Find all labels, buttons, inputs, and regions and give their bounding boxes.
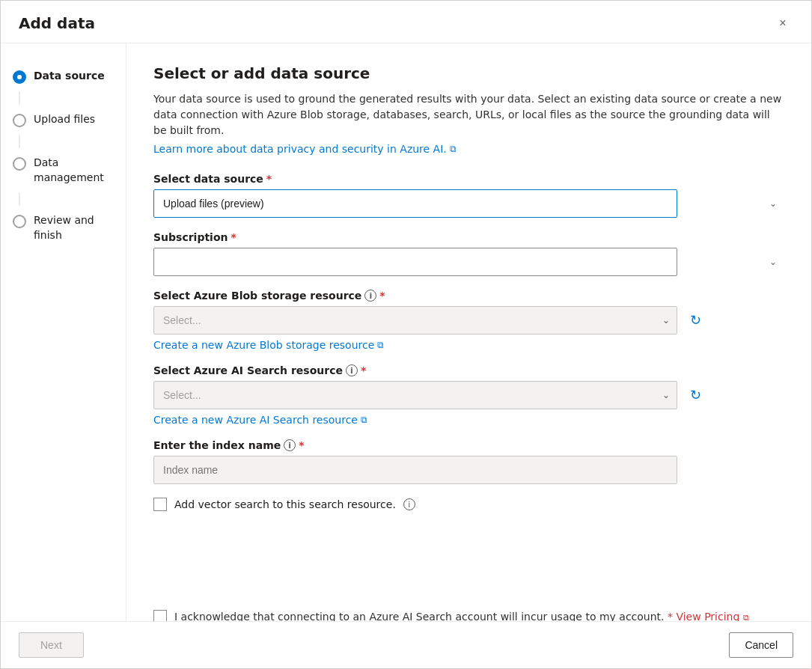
step-connector-1 bbox=[19, 91, 20, 105]
sidebar-label-data-management: Data management bbox=[34, 156, 114, 185]
select-wrapper-search: Select... ⌄ bbox=[153, 381, 677, 409]
required-star-data-source: * bbox=[266, 173, 272, 185]
label-data-source: Select data source * bbox=[153, 173, 784, 185]
external-link-icon: ⧉ bbox=[450, 144, 457, 154]
sidebar-label-data-source: Data source bbox=[34, 69, 105, 84]
required-star-acknowledge: * bbox=[668, 611, 676, 621]
select-data-source[interactable]: Upload files (preview) bbox=[153, 189, 677, 218]
select-with-refresh-search: Select... ⌄ ↻ bbox=[153, 381, 784, 409]
form-group-ai-search: Select Azure AI Search resource i * Sele… bbox=[153, 364, 784, 426]
external-link-icon-blob: ⧉ bbox=[377, 340, 384, 350]
vector-search-group: Add vector search to this search resourc… bbox=[153, 498, 784, 511]
label-index-name: Enter the index name i * bbox=[153, 439, 784, 451]
form-group-data-source: Select data source * Upload files (previ… bbox=[153, 173, 784, 218]
required-star-ai-search: * bbox=[361, 364, 366, 376]
label-ai-search: Select Azure AI Search resource i * bbox=[153, 364, 784, 376]
step-connector-3 bbox=[19, 192, 20, 206]
acknowledge-text: I acknowledge that connecting to an Azur… bbox=[174, 611, 749, 621]
learn-more-link[interactable]: Learn more about data privacy and securi… bbox=[153, 143, 457, 155]
sidebar-item-upload-files[interactable]: Upload files bbox=[1, 105, 126, 135]
info-icon-vector-search: i bbox=[403, 498, 415, 510]
external-link-icon-pricing: ⧉ bbox=[743, 613, 749, 621]
step-dot bbox=[17, 75, 22, 79]
index-name-input[interactable] bbox=[153, 456, 677, 484]
acknowledge-checkbox[interactable] bbox=[153, 610, 167, 621]
spacer bbox=[153, 520, 784, 580]
add-data-dialog: Add data × Data source Upload files bbox=[0, 0, 812, 669]
section-description: Your data source is used to ground the g… bbox=[153, 91, 784, 138]
dialog-footer: Next Cancel bbox=[1, 621, 811, 668]
required-star-blob-storage: * bbox=[379, 290, 385, 302]
info-icon-ai-search: i bbox=[346, 364, 358, 376]
step-connector-2 bbox=[19, 135, 20, 148]
chevron-down-icon-data-source: ⌄ bbox=[769, 198, 777, 209]
label-subscription: Subscription * bbox=[153, 231, 784, 243]
select-wrapper-subscription: ⌄ bbox=[153, 248, 784, 276]
next-button[interactable]: Next bbox=[19, 632, 84, 658]
info-icon-blob-storage: i bbox=[364, 290, 376, 302]
dialog-header: Add data × bbox=[1, 1, 811, 43]
view-pricing-link[interactable]: View Pricing ⧉ bbox=[676, 611, 748, 621]
sidebar-item-data-management[interactable]: Data management bbox=[1, 148, 126, 192]
step-indicator-data-management bbox=[13, 157, 26, 171]
acknowledge-section: I acknowledge that connecting to an Azur… bbox=[153, 580, 784, 621]
select-ai-search[interactable]: Select... bbox=[153, 381, 677, 409]
form-group-index-name: Enter the index name i * bbox=[153, 439, 784, 484]
info-icon-index-name: i bbox=[284, 439, 296, 451]
dialog-body: Data source Upload files Data management… bbox=[1, 43, 811, 621]
main-content: Select or add data source Your data sour… bbox=[126, 43, 811, 621]
sidebar-label-upload-files: Upload files bbox=[34, 112, 95, 127]
close-button[interactable]: × bbox=[772, 13, 793, 34]
step-indicator-upload-files bbox=[13, 114, 26, 127]
step-indicator-review-finish bbox=[13, 215, 26, 228]
chevron-down-icon-subscription: ⌄ bbox=[769, 257, 777, 267]
sidebar-item-data-source[interactable]: Data source bbox=[1, 61, 126, 91]
vector-search-checkbox[interactable] bbox=[153, 498, 167, 511]
step-indicator-data-source bbox=[13, 70, 26, 84]
create-blob-link[interactable]: Create a new Azure Blob storage resource… bbox=[153, 339, 384, 351]
sidebar: Data source Upload files Data management… bbox=[1, 43, 126, 621]
create-search-link[interactable]: Create a new Azure AI Search resource ⧉ bbox=[153, 414, 367, 426]
acknowledge-row: I acknowledge that connecting to an Azur… bbox=[153, 610, 784, 621]
sidebar-label-review-finish: Review and finish bbox=[34, 213, 114, 242]
external-link-icon-search: ⧉ bbox=[361, 415, 367, 425]
cancel-button[interactable]: Cancel bbox=[729, 632, 793, 658]
select-subscription[interactable] bbox=[153, 248, 677, 276]
sidebar-item-review-finish[interactable]: Review and finish bbox=[1, 206, 126, 250]
refresh-blob-button[interactable]: ↻ bbox=[683, 308, 707, 332]
select-wrapper-blob: Select... ⌄ bbox=[153, 306, 677, 334]
label-blob-storage: Select Azure Blob storage resource i * bbox=[153, 290, 784, 302]
section-title: Select or add data source bbox=[153, 64, 784, 82]
required-star-index-name: * bbox=[299, 439, 304, 451]
form-group-blob-storage: Select Azure Blob storage resource i * S… bbox=[153, 290, 784, 351]
dialog-title: Add data bbox=[19, 14, 95, 32]
vector-search-label: Add vector search to this search resourc… bbox=[174, 498, 396, 510]
form-group-subscription: Subscription * ⌄ bbox=[153, 231, 784, 276]
select-with-refresh-blob: Select... ⌄ ↻ bbox=[153, 306, 784, 334]
select-blob-storage[interactable]: Select... bbox=[153, 306, 677, 334]
required-star-subscription: * bbox=[231, 231, 236, 243]
select-wrapper-data-source: Upload files (preview) ⌄ bbox=[153, 189, 784, 218]
refresh-search-button[interactable]: ↻ bbox=[683, 383, 707, 407]
